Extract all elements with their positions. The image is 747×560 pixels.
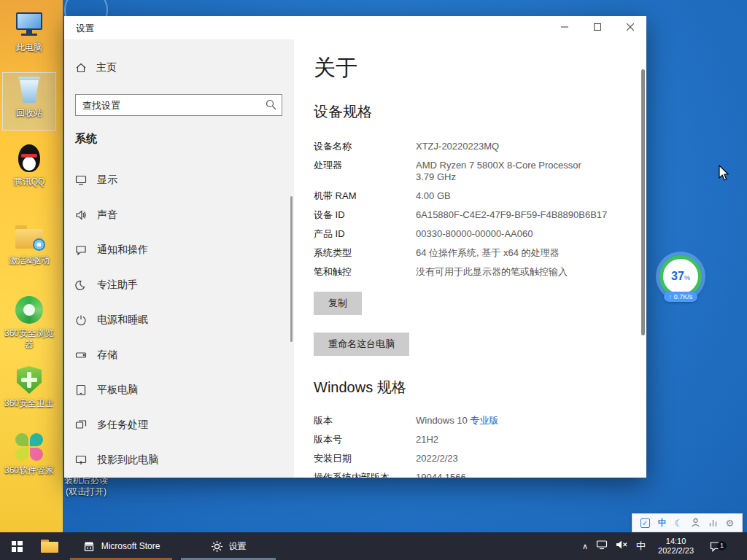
power-icon — [75, 314, 87, 326]
desktop-icon-label: 360软件管家 — [4, 465, 54, 476]
device-spec-heading: 设备规格 — [314, 102, 646, 121]
spec-row: 笔和触控 没有可用于此显示器的笔或触控输入 — [314, 262, 646, 281]
content-scrollbar[interactable] — [641, 69, 645, 335]
desktop-icon-recycle-bin[interactable]: 回收站 — [1, 74, 57, 119]
spec-value: 19044.1566 — [416, 472, 646, 478]
spec-row: 设备 ID 6A15880F-C4E2-47F9-BF59-F4B8890B6B… — [314, 206, 646, 225]
speed-value: 0.7K/s — [674, 293, 693, 300]
spec-row: 系统类型 64 位操作系统, 基于 x64 的处理器 — [314, 244, 646, 262]
spec-row: 产品 ID 00330-80000-00000-AA060 — [314, 225, 646, 244]
time-value: 14:10 — [658, 537, 694, 546]
minimize-button[interactable] — [548, 16, 581, 38]
settings-sidebar: 主页 系统 显示 声音 通知和操作 专注助手 电源和睡眠 — [64, 39, 294, 478]
sound-icon — [75, 209, 87, 221]
spec-value: AMD Ryzen 7 5800X 8-Core Processor 3.79 … — [416, 160, 646, 183]
search-input[interactable] — [75, 94, 282, 116]
taskbar-empty-area[interactable] — [280, 532, 582, 560]
nav-label: 显示 — [97, 174, 117, 187]
notifications-icon — [75, 244, 87, 256]
rename-pc-button[interactable]: 重命名这台电脑 — [314, 332, 409, 356]
person-tray-icon[interactable] — [691, 518, 700, 529]
window-title: 设置 — [76, 23, 94, 35]
action-center-button[interactable]: 1 — [706, 540, 728, 553]
sidebar-item-multitasking[interactable]: 多任务处理 — [64, 411, 294, 440]
taskbar-settings-button[interactable]: 设置 — [177, 532, 280, 560]
sidebar-item-power-sleep[interactable]: 电源和睡眠 — [64, 306, 294, 335]
folder-icon — [14, 222, 44, 252]
maximize-icon — [594, 23, 601, 31]
start-button[interactable] — [0, 532, 34, 560]
display-icon — [75, 174, 87, 186]
gear-icon — [211, 540, 223, 553]
desktop-icon-activation-driver[interactable]: 激活&驱动 — [1, 222, 57, 266]
spec-row: 版本号 21H2 — [314, 430, 646, 449]
spec-label: 设备名称 — [314, 141, 416, 152]
sidebar-scrollbar[interactable] — [290, 196, 293, 342]
tray-overflow-popup: ✓ 中 ☾ ⚙ — [632, 513, 743, 532]
spec-label: 版本 — [314, 415, 416, 427]
360-browser-icon — [14, 295, 44, 325]
sidebar-item-tablet[interactable]: 平板电脑 — [64, 376, 294, 405]
nav-label: 电源和睡眠 — [97, 314, 148, 327]
sidebar-item-sound[interactable]: 声音 — [64, 201, 294, 230]
system-tray: ∧ 中 14:10 2022/2/23 1 — [582, 532, 747, 560]
window-titlebar[interactable]: 设置 — [64, 16, 646, 39]
minimize-icon — [561, 23, 568, 31]
spec-label: 系统类型 — [314, 247, 416, 259]
windows-spec-heading: Windows 规格 — [314, 378, 646, 397]
360-shield-icon — [14, 365, 44, 395]
ime-indicator[interactable]: 中 — [636, 540, 646, 553]
volume-muted-icon[interactable] — [616, 540, 628, 553]
settings-content: 关于 设备规格 设备名称 XTZJ-20220223MQ 处理器 AMD Ryz… — [294, 39, 646, 478]
copy-button[interactable]: 复制 — [314, 292, 362, 315]
spec-value: 21H2 — [416, 434, 646, 446]
spec-label: 设备 ID — [314, 209, 416, 221]
close-button[interactable] — [614, 16, 646, 38]
page-title: 关于 — [314, 52, 646, 83]
ime-tray-icon[interactable]: 中 — [658, 517, 667, 529]
spec-label: 笔和触控 — [314, 266, 416, 278]
desktop-icon-readme[interactable]: 装机后必读(双击打开) — [61, 475, 111, 497]
sidebar-item-focus-assist[interactable]: 专注助手 — [64, 271, 294, 300]
spec-value: XTZJ-20220223MQ — [416, 141, 646, 152]
microsoft-store-button[interactable]: Microsoft Store — [66, 532, 177, 560]
desktop-icon-360-safeguard[interactable]: 360安全卫士 — [1, 365, 57, 409]
desktop-icon-tencent-qq[interactable]: 腾讯QQ — [1, 143, 57, 187]
desktop-icon-360-software-manager[interactable]: 360软件管家 — [1, 432, 57, 476]
sidebar-item-display[interactable]: 显示 — [64, 166, 294, 195]
sidebar-item-home[interactable]: 主页 — [75, 61, 117, 74]
file-explorer-button[interactable] — [34, 532, 66, 560]
desktop-icon-label: 激活&驱动 — [9, 255, 50, 266]
desktop-icon-this-pc[interactable]: 此电脑 — [1, 9, 57, 53]
tablet-icon — [75, 384, 87, 396]
network-tray-icon[interactable] — [596, 540, 608, 553]
sidebar-item-notifications[interactable]: 通知和操作 — [64, 236, 294, 265]
percent-value: 37 — [671, 270, 684, 282]
gear-tray-icon[interactable]: ⚙ — [726, 518, 735, 528]
desktop-icon-label: 回收站 — [16, 108, 42, 119]
desktop-icon-label: 此电脑 — [16, 42, 42, 53]
show-hidden-icons-chevron[interactable]: ∧ — [582, 542, 588, 551]
sidebar-section-system: 系统 — [75, 132, 97, 146]
desktop-icon-label: 360安全浏览器 — [1, 328, 57, 350]
spec-row: 操作系统内部版本 19044.1566 — [314, 468, 646, 478]
spec-value: 4.00 GB — [416, 190, 646, 202]
speed-float-widget[interactable]: 37% ↑ 0.7K/s — [659, 255, 703, 302]
windows-logo-icon — [12, 541, 23, 552]
spec-row: 机带 RAM 4.00 GB — [314, 187, 646, 206]
maximize-button[interactable] — [581, 16, 614, 38]
sidebar-item-projecting[interactable]: 投影到此电脑 — [64, 446, 294, 475]
spec-value: 64 位操作系统, 基于 x64 的处理器 — [416, 247, 646, 259]
nav-label: 专注助手 — [97, 279, 138, 292]
desktop-icon-360-browser[interactable]: 360安全浏览器 — [1, 295, 57, 350]
home-icon — [75, 62, 87, 74]
sidebar-item-storage[interactable]: 存储 — [64, 341, 294, 370]
desktop-icon-label: 腾讯QQ — [14, 176, 45, 187]
moon-tray-icon[interactable]: ☾ — [674, 518, 683, 528]
nav-label: 存储 — [97, 349, 117, 362]
check-tray-icon[interactable]: ✓ — [640, 518, 650, 528]
stats-tray-icon[interactable] — [708, 518, 718, 529]
taskbar-clock[interactable]: 14:10 2022/2/23 — [654, 537, 698, 556]
spec-value: 没有可用于此显示器的笔或触控输入 — [416, 266, 646, 278]
spec-row: 处理器 AMD Ryzen 7 5800X 8-Core Processor 3… — [314, 156, 646, 187]
